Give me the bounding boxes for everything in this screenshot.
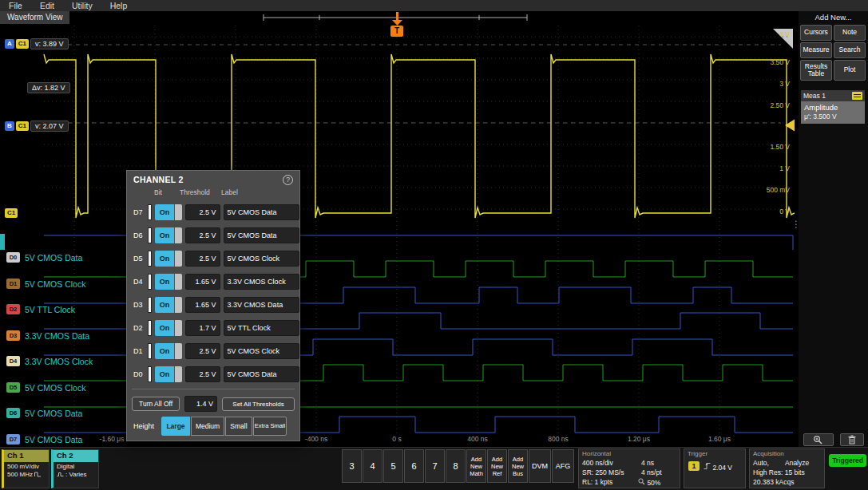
menu-item-help[interactable]: Help (101, 0, 137, 11)
panel-drag-handle[interactable]: ⋮ (791, 219, 801, 230)
cursor-delta-readout: Δv: 1.82 V (27, 82, 70, 93)
add-new-ref-button[interactable]: Add New Ref (487, 449, 507, 483)
label-field[interactable]: 5V CMOS Data (224, 227, 299, 243)
channel3-button[interactable]: 3 (342, 449, 362, 483)
tab-waveform-view[interactable]: Waveform View (0, 11, 69, 24)
bit-on-toggle[interactable]: On (155, 343, 182, 359)
add-search-button[interactable]: Search (834, 42, 866, 58)
digital-channel-row[interactable]: D7 5V CMOS Data (6, 433, 82, 445)
trigger-panel[interactable]: Trigger 1 2.04 V (684, 449, 746, 488)
digital-channel-row[interactable]: D6 5V CMOS Data (6, 407, 82, 419)
help-icon[interactable]: ? (283, 175, 293, 185)
menu-item-edit[interactable]: Edit (31, 0, 63, 11)
channel-button-strip: 3 4 5 6 7 8 Add New Math Add New Ref Add… (342, 449, 574, 483)
label-field[interactable]: 3.3V CMOS Data (224, 297, 299, 313)
time-axis-label: 0 s (392, 435, 401, 443)
bit-label: D4 (133, 278, 146, 286)
set-all-thresholds-button[interactable]: Set All Thresholds (222, 397, 295, 411)
zoom-percent-icon (638, 478, 645, 485)
cursor-b-readout[interactable]: B C1 v: 2.07 V (5, 121, 69, 132)
label-field[interactable]: 5V TTL Clock (224, 320, 299, 336)
triggered-status-badge: Triggered (829, 454, 866, 467)
threshold-field[interactable]: 2.5 V (185, 343, 220, 359)
trash-button[interactable] (840, 433, 864, 446)
bit-on-toggle[interactable]: On (155, 366, 182, 382)
threshold-field[interactable]: 2.5 V (185, 204, 220, 220)
add-cursors-button[interactable]: Cursors (800, 25, 832, 41)
digital-channel-row[interactable]: D4 3.3V CMOS Clock (6, 355, 93, 367)
digital-channel-row[interactable]: D0 5V CMOS Data (6, 251, 82, 263)
horizontal-scale: 400 ns/div (582, 459, 613, 467)
channel1-badge[interactable]: Ch 1 500 mV/div 500 MHz (2, 449, 50, 488)
time-axis-label: 1.60 μs (708, 435, 731, 443)
horizontal-panel[interactable]: Horizontal 400 ns/div 4 ns SR: 250 MS/s … (578, 449, 680, 488)
menu-item-file[interactable]: File (0, 0, 31, 11)
digital-bit-chip: D3 (6, 330, 20, 341)
toggle-knob (174, 320, 182, 336)
threshold-field[interactable]: 1.7 V (185, 320, 220, 336)
add-measure-button[interactable]: Measure (800, 42, 832, 58)
height-option-medium[interactable]: Medium (191, 417, 224, 436)
dialog-bit-row: D4 On 1.65 V 3.3V CMOS Clock (127, 270, 299, 293)
digital-channel-row[interactable]: D2 5V TTL Clock (6, 303, 75, 315)
digital-group-marker[interactable] (0, 234, 5, 250)
digital-channel-row[interactable]: D3 3.3V CMOS Data (6, 330, 89, 342)
threshold-field[interactable]: 2.5 V (185, 227, 220, 243)
add-results-table-button[interactable]: Results Table (800, 60, 832, 81)
height-option-small[interactable]: Small (225, 417, 252, 436)
digital-channel-row[interactable]: D5 5V CMOS Clock (6, 381, 85, 393)
measurement-badge[interactable]: Meas 1 Amplitude μ': 3.500 V (801, 90, 865, 124)
acquisition-panel[interactable]: Acquisition Auto, Analyze High Res: 15 b… (749, 449, 825, 488)
bit-on-toggle[interactable]: On (155, 227, 182, 243)
ch1-ground-marker[interactable]: C1 (5, 208, 18, 218)
voltage-scale-label: 1 V (779, 164, 790, 172)
channel4-button[interactable]: 4 (363, 449, 382, 483)
bit-on-toggle[interactable]: On (155, 320, 182, 336)
bandwidth-icon (34, 472, 42, 477)
label-field[interactable]: 5V CMOS Clock (224, 251, 299, 267)
waveform-canvas[interactable] (0, 11, 795, 447)
dvm-button[interactable]: DVM (529, 449, 551, 483)
trigger-position-marker[interactable] (392, 12, 402, 26)
all-threshold-field[interactable]: 1.4 V (184, 396, 217, 412)
threshold-field[interactable]: 1.65 V (185, 274, 220, 290)
trigger-flag[interactable]: T (390, 26, 403, 37)
digital-channel-row[interactable]: D1 5V CMOS Clock (6, 278, 85, 290)
add-note-button[interactable]: Note (834, 25, 866, 41)
threshold-field[interactable]: 2.5 V (185, 251, 220, 267)
cursor-a-value: v: 3.89 V (30, 38, 69, 49)
add-new-math-button[interactable]: Add New Math (466, 449, 486, 483)
height-option-extra-small[interactable]: Extra Small (253, 417, 287, 436)
channel6-button[interactable]: 6 (404, 449, 424, 483)
afg-button[interactable]: AFG (552, 449, 574, 483)
add-new-bus-button[interactable]: Add New Bus (508, 449, 528, 483)
time-axis-label: 1.20 μs (628, 435, 650, 443)
label-field[interactable]: 5V CMOS Data (224, 204, 299, 220)
bit-on-toggle[interactable]: On (155, 297, 182, 313)
col-threshold: Threshold (180, 188, 210, 196)
zoom-button[interactable] (803, 433, 834, 446)
label-field[interactable]: 3.3V CMOS Clock (224, 274, 299, 290)
label-field[interactable]: 5V CMOS Data (224, 366, 299, 382)
bit-on-toggle[interactable]: On (155, 204, 182, 220)
label-field[interactable]: 5V CMOS Clock (224, 343, 299, 359)
cursor-a-readout[interactable]: A C1 v: 3.89 V (5, 38, 69, 49)
channel7-button[interactable]: 7 (425, 449, 445, 483)
cursor-b-channel-chip: C1 (16, 121, 29, 131)
dialog-bit-row: D7 On 2.5 V 5V CMOS Data (127, 200, 299, 223)
channel5-button[interactable]: 5 (383, 449, 403, 483)
measurement-badge-header: Meas 1 (801, 90, 865, 101)
threshold-field[interactable]: 2.5 V (185, 366, 220, 382)
turn-all-off-button[interactable]: Turn All Off (132, 397, 180, 411)
bit-on-toggle[interactable]: On (155, 274, 182, 290)
threshold-field[interactable]: 1.65 V (185, 297, 220, 313)
bit-on-toggle[interactable]: On (155, 251, 182, 267)
activity-indicator (148, 251, 152, 267)
activity-indicator (148, 274, 152, 290)
menu-bar: File Edit Utility Help (0, 0, 868, 11)
add-plot-button[interactable]: Plot (834, 60, 866, 81)
channel8-button[interactable]: 8 (446, 449, 466, 483)
height-option-large[interactable]: Large (161, 417, 190, 436)
menu-item-utility[interactable]: Utility (63, 0, 101, 11)
channel2-badge[interactable]: Ch 2 Digital : Varies (51, 449, 99, 488)
